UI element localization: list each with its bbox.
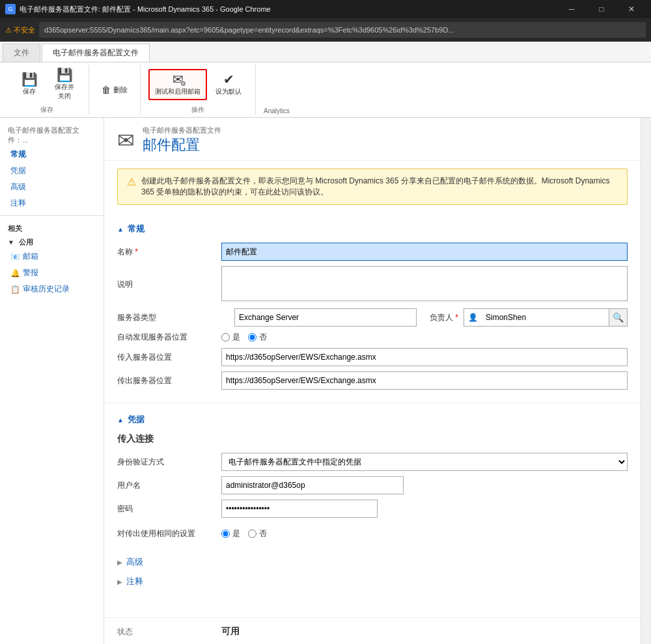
window-title: 电子邮件服务器配置文件: 邮件配置 - Microsoft Dynamics 3…: [20, 5, 271, 14]
incoming-url-row: 传入服务器位置: [117, 348, 628, 366]
content-header: ✉ 电子邮件服务器配置文件 邮件配置: [104, 118, 641, 161]
sidebar-item-notes[interactable]: 注释: [0, 195, 104, 211]
general-section: ▲ 常规 名称 * 说明: [104, 213, 641, 403]
content-header-subtitle: 电子邮件服务器配置文件: [143, 126, 221, 135]
general-section-label: 常规: [128, 223, 145, 235]
same-outgoing-yes-radio[interactable]: [221, 530, 230, 538]
sidebar-divider: [0, 215, 104, 216]
password-input[interactable]: [221, 500, 378, 518]
mailbox-icon: 📧: [10, 252, 20, 262]
same-outgoing-yes-label[interactable]: 是: [221, 528, 240, 539]
sidebar-item-advanced[interactable]: 高级: [0, 179, 104, 195]
browser-favicon: G: [5, 4, 16, 14]
name-label: 名称 *: [117, 247, 221, 258]
content-header-title: 邮件配置: [143, 135, 221, 155]
test-enable-mailbox-button[interactable]: ✉ ⚙ 测试和启用邮箱: [148, 69, 207, 100]
owner-group: 负责人 * 👤 🔍: [430, 308, 628, 327]
sidebar-item-mailbox[interactable]: 📧 邮箱: [0, 248, 104, 265]
auth-method-select[interactable]: 电子邮件服务器配置文件中指定的凭据: [221, 453, 628, 471]
auto-discover-no-radio[interactable]: [248, 333, 256, 342]
sidebar-item-alerts[interactable]: 🔔 警报: [0, 265, 104, 281]
title-bar: G 电子邮件服务器配置文件: 邮件配置 - Microsoft Dynamics…: [0, 0, 651, 18]
ribbon-group-actions: ✉ ⚙ 测试和启用邮箱 ✔ 设为默认 操作: [141, 65, 256, 114]
ribbon: 💾 保存 💾 保存并 关闭 保存 🗑 删除: [0, 62, 651, 118]
incoming-url-label: 传入服务器位置: [117, 352, 221, 363]
outgoing-url-label: 传出服务器位置: [117, 375, 221, 386]
owner-person-icon: 👤: [464, 313, 482, 322]
outgoing-url-input[interactable]: [221, 371, 628, 390]
incoming-url-control: [221, 348, 628, 366]
auto-discover-yes-radio[interactable]: [221, 333, 230, 342]
same-outgoing-no-label[interactable]: 否: [248, 528, 267, 539]
description-label: 说明: [117, 279, 221, 290]
name-control: [221, 243, 628, 261]
username-row: 用户名: [117, 476, 628, 494]
tab-file[interactable]: 文件: [3, 44, 40, 62]
username-label: 用户名: [117, 480, 221, 491]
owner-label: 负责人 *: [430, 312, 458, 323]
content-header-icon: ✉: [117, 128, 135, 153]
password-row: 密码: [117, 500, 628, 518]
incoming-connection-title: 传入连接: [117, 428, 628, 448]
username-input[interactable]: [221, 476, 404, 494]
status-label: 状态: [117, 626, 221, 637]
owner-control: 👤 🔍: [464, 308, 628, 327]
status-row: 状态 可用: [104, 617, 641, 644]
sidebar-related-label: 相关: [0, 220, 104, 235]
delete-button[interactable]: 🗑 删除: [97, 82, 132, 98]
same-outgoing-no-radio[interactable]: [248, 530, 256, 538]
sidebar-item-general[interactable]: 常规: [0, 146, 104, 163]
address-input[interactable]: [39, 22, 646, 38]
lookup-icon: 🔍: [613, 312, 624, 323]
server-type-label: 服务器类型: [117, 312, 221, 323]
server-type-input[interactable]: [234, 308, 417, 327]
scrollbar[interactable]: [641, 118, 651, 644]
sidebar-item-credentials[interactable]: 凭据: [0, 163, 104, 179]
owner-lookup-button[interactable]: 🔍: [609, 309, 627, 326]
auth-method-control: 电子邮件服务器配置文件中指定的凭据: [221, 453, 628, 471]
general-collapse-icon: ▲: [117, 226, 124, 233]
auth-method-label: 身份验证方式: [117, 457, 221, 468]
general-section-header[interactable]: ▲ 常规: [117, 218, 628, 237]
close-button[interactable]: ✕: [617, 0, 646, 18]
save-icon: 💾: [21, 73, 38, 86]
set-default-button[interactable]: ✔ 设为默认: [210, 70, 247, 100]
warning-text: 创建此电子邮件服务器配置文件，即表示您同意与 Microsoft Dynamic…: [141, 176, 618, 198]
set-default-icon: ✔: [223, 73, 234, 86]
owner-input[interactable]: [482, 313, 609, 322]
save-close-icon: 💾: [57, 68, 73, 81]
save-button[interactable]: 💾 保存: [13, 70, 46, 100]
notes-section[interactable]: ▶ 注释: [104, 572, 641, 591]
server-type-control: [234, 308, 417, 327]
description-input[interactable]: [221, 266, 628, 301]
test-mailbox-icon: ✉ ⚙: [173, 73, 184, 86]
analytics-group-label: Analytics: [264, 107, 290, 114]
auto-discover-row: 自动发现服务器位置 是 否: [117, 332, 628, 343]
name-input[interactable]: [221, 243, 628, 261]
outgoing-url-control: [221, 371, 628, 390]
sidebar-item-audit-history[interactable]: 📋 审核历史记录: [0, 281, 104, 297]
minimize-button[interactable]: ─: [557, 0, 586, 18]
incoming-url-input[interactable]: [221, 348, 628, 366]
content-area: ✉ 电子邮件服务器配置文件 邮件配置 ⚠ 创建此电子邮件服务器配置文件，即表示您…: [104, 118, 641, 644]
save-close-button[interactable]: 💾 保存并 关闭: [48, 65, 81, 104]
maximize-button[interactable]: □: [587, 0, 616, 18]
same-outgoing-label: 对传出使用相同的设置: [117, 528, 221, 539]
name-required: *: [135, 247, 138, 256]
tab-email-server-profile[interactable]: 电子邮件服务器配置文件: [42, 44, 150, 62]
credentials-section-header[interactable]: ▲ 凭据: [117, 409, 628, 428]
status-value: 可用: [221, 626, 240, 637]
auto-discover-control: 是 否: [221, 332, 628, 343]
advanced-section[interactable]: ▶ 高级: [104, 552, 641, 572]
ribbon-group-delete: 🗑 删除: [89, 65, 141, 114]
auto-discover-yes-label[interactable]: 是: [221, 332, 240, 343]
save-group-label: 保存: [40, 105, 53, 114]
auto-discover-no-label[interactable]: 否: [248, 332, 267, 343]
audit-icon: 📋: [10, 285, 20, 294]
warning-icon: ⚠: [127, 176, 136, 188]
server-owner-row: 服务器类型 负责人 * 👤 🔍: [117, 308, 628, 327]
sidebar: 电子邮件服务器配置文件：... 常规 凭据 高级 注释 相关 ▼ 公用 📧 邮箱…: [0, 118, 104, 644]
actions-group-label: 操作: [191, 105, 204, 114]
warning-banner: ⚠ 创建此电子邮件服务器配置文件，即表示您同意与 Microsoft Dynam…: [117, 168, 628, 205]
password-label: 密码: [117, 503, 221, 515]
